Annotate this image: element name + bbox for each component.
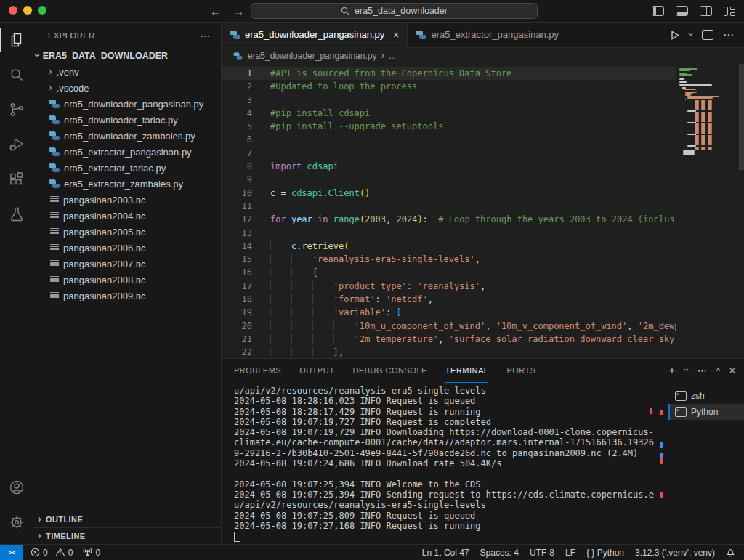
command-center-search[interactable]: era5_data_downloader [251, 3, 538, 19]
code-line[interactable]: 13 [222, 227, 744, 240]
code-editor[interactable]: 1#API is sourced from the Copernicus Dat… [222, 64, 744, 358]
workspace-root-folder[interactable]: › ERA5_DATA_DOWNLOADER [33, 48, 221, 64]
nc-file-item[interactable]: pangasinan2007.nc [33, 256, 221, 272]
run-python-file-icon[interactable] [669, 30, 680, 41]
minimize-window-button[interactable] [23, 6, 32, 15]
python-file-item[interactable]: era5_downloader_tarlac.py [33, 112, 221, 128]
editor-tab[interactable]: era5_extractor_pangasinan.py [408, 23, 567, 46]
code-line[interactable]: 17 'product_type': 'reanalysis', [222, 280, 744, 293]
line-number: 18 [222, 293, 252, 306]
file-tree[interactable]: ›.venv›.vscodeera5_downloader_pangasinan… [33, 64, 221, 511]
code-line[interactable]: 8import cdsapi [222, 160, 744, 173]
code-line[interactable]: 15 'reanalysis-era5-single-levels', [222, 253, 744, 266]
python-interpreter[interactable]: 3.12.3 ('.venv': venv) [635, 548, 715, 558]
search-sidebar-icon[interactable] [0, 57, 33, 92]
notifications-bell-icon[interactable] [726, 548, 735, 557]
panel-more-actions-icon[interactable]: ⋯ [698, 365, 707, 376]
panel-tab-output[interactable]: OUTPUT [299, 359, 334, 383]
minimap[interactable] [676, 64, 744, 358]
eol-sequence[interactable]: LF [565, 548, 575, 558]
toggle-panel-icon[interactable] [676, 6, 688, 16]
terminal-list-item-zsh[interactable]: zsh [668, 388, 744, 404]
timeline-section[interactable]: › TIMELINE [33, 527, 221, 544]
breadcrumb[interactable]: era5_downloader_pangasinan.py › ... [222, 48, 744, 64]
folder-item[interactable]: ›.vscode [33, 80, 221, 96]
python-file-item[interactable]: era5_extractor_pangasinan.py [33, 144, 221, 160]
panel-tab-problems[interactable]: PROBLEMS [234, 359, 281, 383]
nc-file-item[interactable]: pangasinan2004.nc [33, 208, 221, 224]
panel-tab-ports[interactable]: PORTS [506, 359, 535, 383]
code-line[interactable]: 14 c.retrieve( [222, 240, 744, 253]
explorer-more-actions-icon[interactable]: ⋯ [200, 30, 211, 41]
account-icon[interactable] [0, 470, 33, 505]
ports-status[interactable]: 0 [83, 548, 100, 558]
code-line[interactable]: 9 [222, 173, 744, 186]
code-line[interactable]: 18 'format': 'netcdf', [222, 293, 744, 306]
panel-tab-debug-console[interactable]: DEBUG CONSOLE [352, 359, 426, 383]
maximize-panel-icon[interactable]: ^ [716, 367, 720, 376]
code-line[interactable]: 1#API is sourced from the Copernicus Dat… [222, 67, 744, 80]
problems-status[interactable]: 0 0 [31, 548, 73, 558]
breadcrumb-separator-icon: › [381, 50, 384, 60]
close-tab-icon[interactable]: × [393, 29, 399, 41]
code-line[interactable]: 4#pip install cdsapi [222, 107, 744, 120]
code-line[interactable]: 20 '10m_u_component_of_wind', '10m_v_com… [222, 320, 744, 333]
toggle-sidebar-icon[interactable] [652, 6, 664, 16]
source-control-icon[interactable] [0, 92, 33, 127]
outline-section[interactable]: › OUTLINE [33, 511, 221, 527]
code-line[interactable]: 16 { [222, 266, 744, 279]
terminal-dropdown-chevron-icon[interactable]: › [682, 368, 691, 371]
editor-tab[interactable]: era5_downloader_pangasinan.py× [222, 23, 408, 46]
code-line[interactable]: 19 'variable': [ [222, 306, 744, 319]
back-arrow-icon[interactable]: ← [210, 5, 221, 17]
nc-file-item[interactable]: pangasinan2003.nc [33, 192, 221, 208]
code-line[interactable]: 7 [222, 147, 744, 160]
cursor-position[interactable]: Ln 1, Col 47 [422, 548, 469, 558]
editor-tab-bar: era5_downloader_pangasinan.py×era5_extra… [222, 23, 744, 48]
zoom-window-button[interactable] [38, 6, 46, 15]
code-line[interactable]: 21 '2m_temperature', 'surface_solar_radi… [222, 333, 744, 346]
python-file-item[interactable]: era5_downloader_pangasinan.py [33, 96, 221, 112]
nc-file-item[interactable]: pangasinan2008.nc [33, 272, 221, 288]
python-file-item[interactable]: era5_extractor_zambales.py [33, 176, 221, 192]
folder-item[interactable]: ›.venv [33, 64, 221, 80]
python-file-item[interactable]: era5_extractor_tarlac.py [33, 160, 221, 176]
encoding[interactable]: UTF-8 [530, 548, 554, 558]
code-line[interactable]: 5#pip install --upgrade setuptools [222, 120, 744, 133]
customize-layout-icon[interactable] [724, 7, 735, 16]
code-line[interactable]: 2#Updated to loop the process [222, 80, 744, 93]
extensions-icon[interactable] [0, 162, 33, 197]
remote-indicator[interactable]: >< [0, 545, 23, 560]
terminal-icon [675, 391, 687, 401]
new-terminal-icon[interactable]: + [668, 364, 675, 377]
close-panel-icon[interactable]: × [729, 365, 735, 376]
title-bar: ← → era5_data_downloader [0, 0, 744, 23]
toggle-secondary-sidebar-icon[interactable] [700, 6, 712, 16]
terminal-list-item-python[interactable]: Python [668, 404, 744, 420]
settings-gear-icon[interactable] [0, 505, 33, 540]
indentation[interactable]: Spaces: 4 [480, 548, 519, 558]
run-debug-icon[interactable] [0, 127, 33, 162]
code-line[interactable]: 6 [222, 133, 744, 146]
language-mode[interactable]: { } Python [586, 548, 624, 558]
code-line[interactable]: 10c = cdsapi.Client() [222, 187, 744, 200]
code-line[interactable]: 22 ], [222, 346, 744, 358]
split-editor-icon[interactable] [702, 30, 713, 40]
nc-file-item[interactable]: pangasinan2005.nc [33, 224, 221, 240]
nc-file-item[interactable]: pangasinan2009.nc [33, 288, 221, 304]
code-line[interactable]: 11 [222, 200, 744, 213]
run-dropdown-chevron-icon[interactable]: › [686, 33, 695, 36]
explorer-icon[interactable] [0, 23, 33, 57]
close-window-button[interactable] [9, 6, 17, 15]
panel-tab-terminal[interactable]: TERMINAL [445, 359, 489, 383]
code-line[interactable]: 12for year in range(2003, 2024): # Loop … [222, 213, 744, 226]
python-file-item[interactable]: era5_downloader_zambales.py [33, 128, 221, 144]
minimap-slider[interactable] [739, 64, 744, 170]
ruler-mark [660, 453, 663, 458]
nc-file-item[interactable]: pangasinan2006.nc [33, 240, 221, 256]
forward-arrow-icon[interactable]: → [233, 5, 244, 17]
code-line[interactable]: 3 [222, 94, 744, 107]
testing-icon[interactable] [0, 197, 33, 232]
editor-more-actions-icon[interactable]: ⋯ [723, 28, 734, 41]
terminal-output[interactable]: u/api/v2/resources/reanalysis-era5-singl… [222, 382, 668, 544]
